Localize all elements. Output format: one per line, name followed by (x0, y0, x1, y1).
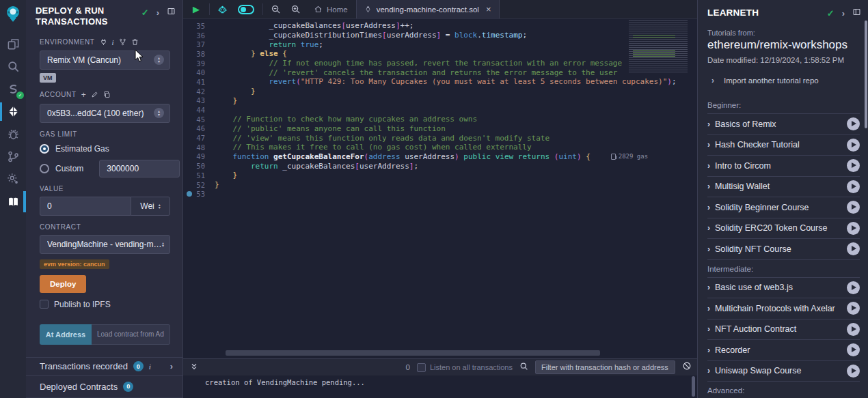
tutorial-name[interactable]: Multisig Wallet (715, 182, 842, 191)
deploy-run-icon[interactable] (0, 100, 26, 123)
play-tutorial-button[interactable] (847, 302, 860, 315)
remix-logo[interactable] (0, 0, 26, 27)
line-number[interactable]: 37 (183, 40, 215, 48)
code-line[interactable]: 50 return _cupcakeBalances[userAddress]; (183, 161, 697, 171)
learneth-scrollbar[interactable] (865, 20, 867, 128)
tutorial-item[interactable]: ›Uniswap Swap Course (707, 361, 860, 382)
line-number[interactable]: 49 (183, 152, 215, 160)
code-line[interactable]: 53 (183, 189, 697, 199)
tutorial-item[interactable]: ›Intro to Circom (707, 156, 860, 177)
learneth-pin-icon[interactable] (852, 8, 861, 18)
minimap[interactable] (629, 20, 688, 74)
tutorial-item[interactable]: ›NFT Auction Contract (707, 319, 860, 341)
chevron-right-icon[interactable]: › (707, 283, 710, 292)
custom-gas-radio[interactable] (40, 164, 49, 173)
estimated-gas-option[interactable]: Estimated Gas (40, 144, 170, 154)
code-line[interactable]: 49 function getCupcakeBalanceFor(address… (183, 152, 697, 162)
play-tutorial-button[interactable] (847, 281, 860, 294)
line-number[interactable]: 50 (183, 162, 215, 170)
horizontal-scrollbar[interactable] (226, 350, 600, 356)
value-unit-select[interactable]: Wei ▴▾ (131, 197, 170, 216)
chevron-right-icon[interactable]: › (707, 324, 710, 334)
chevron-right-icon[interactable]: › (707, 345, 710, 355)
tutorial-item[interactable]: ›Multisig Wallet (707, 177, 860, 198)
code-line[interactable]: 44 (183, 105, 697, 115)
tutorial-name[interactable]: Basics of Remix (715, 119, 842, 129)
file-explorer-icon[interactable] (0, 33, 26, 55)
play-tutorial-button[interactable] (847, 323, 860, 336)
solidity-compiler-icon[interactable]: ✓ (0, 78, 26, 100)
publish-ipfs-checkbox[interactable] (40, 300, 49, 309)
tutorial-item[interactable]: ›Basics of Remix (707, 114, 860, 135)
panel-collapse-icon[interactable]: › (157, 8, 159, 18)
breakpoint-dot[interactable] (187, 191, 192, 197)
learneth-icon[interactable] (0, 190, 26, 213)
chevron-right-icon[interactable]: › (707, 304, 710, 313)
run-script-icon[interactable]: ▶ (183, 0, 206, 18)
listen-all-transactions[interactable]: Listen on all transactions (417, 363, 513, 372)
code-line[interactable]: 40 // 'revert' cancels the transaction a… (183, 68, 697, 77)
code-line[interactable]: 42 } (183, 87, 697, 96)
line-number[interactable]: 41 (183, 78, 215, 86)
publish-ipfs-option[interactable]: Publish to IPFS (40, 300, 170, 309)
line-number[interactable]: 52 (183, 181, 215, 189)
line-number[interactable]: 36 (183, 31, 215, 40)
settings-icon[interactable] (0, 168, 26, 190)
play-tutorial-button[interactable] (847, 159, 860, 172)
tutorial-name[interactable]: Multichain Protocols with Axelar (715, 304, 842, 313)
code-editor[interactable]: 35 _cupcakeBalances[userAddress]++;36 _c… (183, 19, 697, 358)
environment-select[interactable]: Remix VM (Cancun) ▴▾ (40, 51, 170, 70)
environment-info-icon[interactable]: i (112, 38, 115, 46)
tab-home[interactable]: Home (306, 0, 356, 18)
terminal-collapse-icon[interactable] (190, 361, 198, 373)
play-tutorial-button[interactable] (847, 180, 860, 193)
tutorial-item[interactable]: ›Basic use of web3.js (707, 278, 860, 299)
line-number[interactable]: 44 (183, 106, 215, 114)
custom-gas-input[interactable] (99, 160, 180, 177)
code-line[interactable]: 35 _cupcakeBalances[userAddress]++; (183, 21, 697, 31)
terminal-scrollbar[interactable] (692, 376, 695, 397)
tutorial-name[interactable]: Solidity NFT Course (715, 244, 842, 254)
play-tutorial-button[interactable] (847, 117, 860, 130)
at-address-button[interactable]: At Address (40, 324, 92, 345)
line-number[interactable]: 46 (183, 124, 215, 132)
play-tutorial-button[interactable] (847, 365, 860, 378)
learneth-collapse-icon[interactable]: › (842, 8, 845, 18)
line-number[interactable]: 45 (183, 115, 215, 124)
play-tutorial-button[interactable] (847, 242, 860, 255)
code-line[interactable]: 37 return true; (183, 40, 697, 49)
contract-select[interactable]: VendingMachine - vending-machin ▴▾ (40, 235, 170, 254)
tutorial-item[interactable]: ›Recorder (707, 340, 860, 361)
tutorial-item[interactable]: ›Multichain Protocols with Axelar (707, 298, 860, 319)
edit-icon[interactable] (91, 91, 98, 98)
play-tutorial-button[interactable] (847, 139, 860, 152)
transactions-recorded-row[interactable]: Transactions recorded 0 i › (26, 357, 182, 376)
git-icon[interactable] (0, 145, 26, 168)
chevron-right-icon[interactable]: › (707, 244, 710, 254)
chevron-right-icon[interactable]: › (707, 161, 710, 171)
code-line[interactable]: 39 // If not enough time has passed, rev… (183, 59, 697, 68)
line-number[interactable]: 51 (183, 171, 215, 180)
deploy-button[interactable]: Deploy (40, 275, 86, 293)
transactions-expand-icon[interactable]: › (170, 361, 173, 371)
panel-pin-icon[interactable] (167, 7, 176, 18)
code-line[interactable]: 43 } (183, 96, 697, 106)
value-input[interactable] (40, 197, 131, 216)
tutorial-name[interactable]: NFT Auction Contract (715, 324, 842, 334)
tutorial-name[interactable]: Uniswap Swap Course (715, 366, 842, 375)
at-address-input[interactable] (92, 324, 170, 345)
tutorial-item[interactable]: ›Solidity ERC20 Token Course (707, 218, 860, 240)
code-line[interactable]: 38 } else { (183, 49, 697, 59)
play-tutorial-button[interactable] (847, 222, 860, 235)
zoom-out-icon[interactable] (266, 0, 286, 18)
tutorial-name[interactable]: Recorder (715, 345, 842, 355)
code-line[interactable]: 46 // 'public' means anyone can call thi… (183, 124, 697, 134)
code-line[interactable]: 36 _cupcakeDistributionTimes[userAddress… (183, 31, 697, 40)
code-line[interactable]: 45 // Function to check how many cupcake… (183, 115, 697, 124)
chevron-right-icon[interactable]: › (707, 203, 710, 212)
chevron-right-icon[interactable]: › (707, 366, 710, 375)
tutorial-name[interactable]: Intro to Circom (715, 161, 842, 171)
fork-icon[interactable] (119, 38, 126, 46)
import-tutorial-repo[interactable]: › Import another tutorial repo (707, 76, 868, 85)
estimated-gas-radio[interactable] (40, 144, 49, 154)
